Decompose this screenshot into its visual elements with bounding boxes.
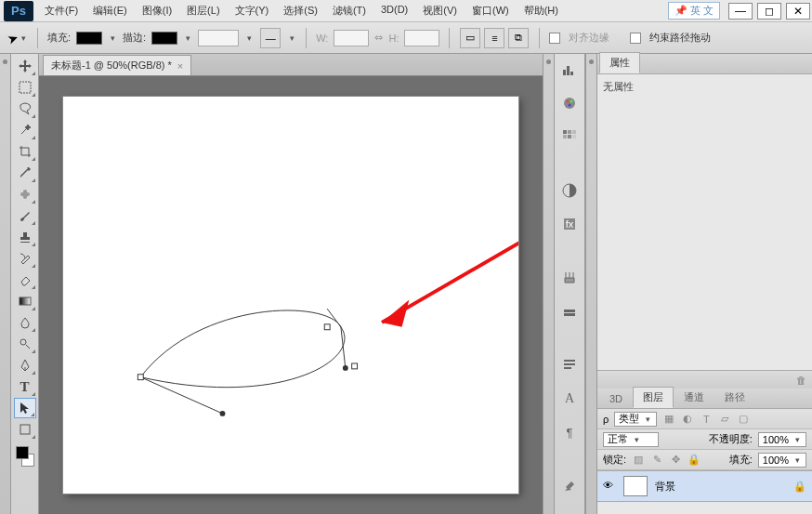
lock-trans-icon[interactable]: ▨ bbox=[632, 454, 645, 467]
fill-dropdown-icon[interactable] bbox=[108, 33, 117, 43]
brush-presets-icon[interactable] bbox=[559, 301, 580, 322]
layer-item-background[interactable]: 👁 背景 🔒 bbox=[597, 470, 812, 502]
menu-layer[interactable]: 图层(L) bbox=[179, 0, 227, 21]
path-arrange[interactable]: ⧉ bbox=[508, 28, 529, 48]
color-swatches[interactable] bbox=[14, 444, 36, 468]
color-icon[interactable] bbox=[559, 93, 580, 113]
filter-kind-icon[interactable]: ρ bbox=[603, 414, 609, 425]
language-indicator[interactable]: 📌 英 文 bbox=[668, 2, 720, 20]
stroke-style-dropdown-icon[interactable] bbox=[287, 33, 296, 43]
tool-marquee[interactable] bbox=[14, 77, 36, 98]
lock-pos-icon[interactable]: ✥ bbox=[669, 454, 682, 467]
constrain-path-checkbox[interactable] bbox=[630, 33, 641, 44]
tool-pen[interactable] bbox=[14, 355, 36, 376]
opacity-input[interactable]: 100% bbox=[758, 432, 806, 447]
stroke-label: 描边: bbox=[123, 31, 146, 45]
filter-type-icon[interactable]: T bbox=[700, 413, 713, 426]
visibility-icon[interactable]: 👁 bbox=[603, 480, 616, 493]
blend-mode-select[interactable]: 正常 bbox=[603, 432, 659, 447]
tool-presets-icon[interactable] bbox=[559, 476, 580, 496]
close-button[interactable]: ✕ bbox=[786, 3, 810, 20]
app-logo: Ps bbox=[4, 1, 33, 21]
tool-history-brush[interactable] bbox=[14, 248, 36, 269]
stroke-dropdown-icon[interactable] bbox=[183, 33, 192, 43]
tab-layers[interactable]: 图层 bbox=[633, 387, 674, 408]
align-edges-checkbox[interactable] bbox=[549, 33, 560, 44]
tool-shape[interactable] bbox=[14, 419, 36, 440]
tool-type[interactable]: T bbox=[14, 376, 36, 397]
canvas[interactable] bbox=[63, 97, 518, 494]
tool-healing[interactable] bbox=[14, 184, 36, 204]
tool-brush[interactable] bbox=[14, 205, 36, 226]
canvas-viewport[interactable] bbox=[39, 76, 543, 514]
document-tab-bar: 未标题-1 @ 50%(RGB/8) * × bbox=[39, 54, 543, 76]
tab-3d[interactable]: 3D bbox=[599, 389, 633, 408]
tab-channels[interactable]: 通道 bbox=[674, 387, 714, 408]
layer-thumbnail[interactable] bbox=[623, 476, 648, 496]
tool-eraser[interactable] bbox=[14, 270, 36, 290]
menu-view[interactable]: 视图(V) bbox=[415, 0, 465, 21]
right-dock-strip[interactable] bbox=[585, 54, 596, 514]
link-icon[interactable]: ⇔ bbox=[374, 32, 383, 44]
menu-window[interactable]: 窗口(W) bbox=[465, 0, 517, 21]
menu-type[interactable]: 文字(Y) bbox=[228, 0, 277, 21]
character-icon[interactable]: A bbox=[559, 389, 580, 409]
minimize-button[interactable]: — bbox=[728, 3, 753, 20]
svg-point-4 bbox=[20, 339, 26, 345]
width-input[interactable] bbox=[334, 30, 369, 46]
tab-properties[interactable]: 属性 bbox=[599, 52, 640, 73]
menu-select[interactable]: 选择(S) bbox=[276, 0, 325, 21]
tool-eyedropper[interactable] bbox=[14, 163, 36, 183]
tool-move[interactable] bbox=[14, 56, 36, 76]
tool-lasso[interactable] bbox=[14, 99, 36, 119]
left-dock-strip[interactable] bbox=[0, 54, 11, 514]
menu-edit[interactable]: 编辑(E) bbox=[85, 0, 135, 21]
histogram-icon[interactable] bbox=[559, 59, 580, 80]
foreground-color-swatch[interactable] bbox=[16, 446, 29, 459]
tool-crop[interactable] bbox=[14, 141, 36, 162]
path-op-combine[interactable]: ▭ bbox=[460, 28, 480, 48]
filter-adjust-icon[interactable]: ◐ bbox=[681, 413, 694, 426]
tool-gradient[interactable] bbox=[14, 291, 36, 311]
tool-wand[interactable] bbox=[14, 120, 36, 140]
tab-paths[interactable]: 路径 bbox=[714, 387, 755, 408]
maximize-button[interactable]: ◻ bbox=[757, 3, 781, 20]
swatches-icon[interactable] bbox=[559, 126, 580, 147]
filter-smart-icon[interactable]: ▢ bbox=[737, 413, 750, 426]
filter-pixel-icon[interactable]: ▦ bbox=[662, 413, 675, 426]
tool-path-selection[interactable] bbox=[14, 398, 36, 418]
close-icon[interactable]: × bbox=[177, 60, 183, 72]
menu-image[interactable]: 图像(I) bbox=[135, 0, 179, 21]
brushes-icon[interactable] bbox=[559, 268, 580, 288]
character-styles-icon[interactable]: ¶ bbox=[559, 422, 580, 442]
stroke-swatch[interactable] bbox=[151, 32, 177, 45]
tool-preset-icon[interactable]: ➤ bbox=[7, 28, 28, 48]
filter-shape-icon[interactable]: ▱ bbox=[718, 413, 731, 426]
paragraph-icon[interactable] bbox=[559, 355, 580, 376]
adjustments-icon[interactable] bbox=[559, 180, 580, 201]
filter-kind-select[interactable]: 类型 bbox=[614, 412, 657, 427]
path-align[interactable]: ≡ bbox=[484, 28, 504, 48]
lock-pixel-icon[interactable]: ✎ bbox=[650, 454, 663, 467]
lock-all-icon[interactable]: 🔒 bbox=[688, 454, 701, 467]
stroke-width-dropdown-icon[interactable] bbox=[244, 33, 254, 43]
stroke-style-button[interactable]: — bbox=[260, 28, 281, 48]
tool-dodge[interactable] bbox=[14, 334, 36, 354]
menu-file[interactable]: 文件(F) bbox=[37, 0, 85, 21]
height-input[interactable] bbox=[404, 30, 439, 46]
fill-opacity-input[interactable]: 100% bbox=[758, 453, 806, 468]
menu-filter[interactable]: 滤镜(T) bbox=[325, 0, 373, 21]
menu-3d[interactable]: 3D(D) bbox=[373, 0, 415, 21]
fill-swatch[interactable] bbox=[76, 32, 102, 45]
stroke-width-input[interactable] bbox=[198, 30, 239, 46]
tool-blur[interactable] bbox=[14, 312, 36, 333]
layer-lock-row: 锁定: ▨ ✎ ✥ 🔒 填充: 100% bbox=[597, 450, 812, 470]
layer-name[interactable]: 背景 bbox=[655, 480, 675, 494]
styles-icon[interactable]: fx bbox=[559, 214, 580, 234]
tool-stamp[interactable] bbox=[14, 227, 36, 247]
canvas-content bbox=[63, 97, 518, 494]
trash-icon[interactable]: 🗑 bbox=[796, 375, 806, 386]
document-tab[interactable]: 未标题-1 @ 50%(RGB/8) * × bbox=[43, 55, 191, 75]
mid-dock-strip[interactable] bbox=[543, 54, 554, 514]
menu-help[interactable]: 帮助(H) bbox=[517, 0, 566, 21]
